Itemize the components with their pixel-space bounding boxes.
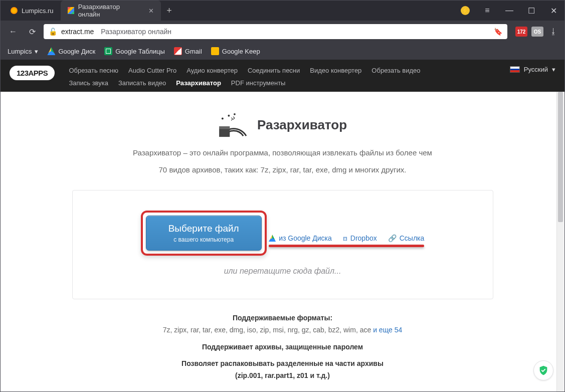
lead-line2: 70 видов архивов, таких как: 7z, zipx, r… [72,164,493,176]
security-badge[interactable] [533,360,553,380]
apps-logo[interactable]: 123APPS [10,66,55,80]
tab-strip: Lumpics.ru Разархиватор онлайн ✕ + [1,1,454,21]
toolbar-extensions: 172 OS ⭳ [511,27,559,37]
apps-nav-link[interactable]: Запись звука [69,78,108,88]
from-gdrive-link[interactable]: из Google Диска [269,234,332,243]
close-tab-icon[interactable]: ✕ [148,7,154,15]
page-title: Разархиватор [257,117,347,133]
tab-label: Разархиватор онлайн [78,3,139,18]
apps-nav-link[interactable]: Видео конвертер [310,66,361,75]
bookmark-gkeep[interactable]: Google Keep [211,47,260,55]
extensions-bolt-icon[interactable]: ⚡ [454,1,476,21]
page-content: Разархиватор Разархиватор – это онлайн п… [1,92,564,391]
link-icon: 🔗 [388,234,397,242]
gmail-icon [174,47,182,55]
hero: Разархиватор [72,112,493,138]
svg-point-4 [234,113,236,115]
link-label: из Google Диска [279,234,332,242]
site-info-icon[interactable]: 🔓 [49,28,57,36]
upload-card: Выберите файл с вашего компьютера из Goo… [72,190,493,299]
apps-nav-link[interactable]: Записать видео [118,78,166,88]
from-dropbox-link[interactable]: ⧈ Dropbox [343,234,377,243]
svg-point-3 [228,115,230,117]
omnibox[interactable]: 🔓 extract.me Разархиватор онлайн 🔖 [44,24,507,39]
apps-nav-link[interactable]: Соединить песни [248,66,300,75]
lead-line1: Разархиватор – это онлайн программа, поз… [72,147,493,159]
maximize-button[interactable]: ☐ [520,1,542,21]
choose-file-sub: с вашего компьютера [168,236,239,243]
drag-hint: или перетащите сюда файл... [83,267,483,276]
minimize-button[interactable]: — [498,1,520,21]
apps-nav-link[interactable]: Обрезать видео [371,66,420,75]
calendar-extension-icon[interactable]: 172 [515,27,527,37]
chevron-down-icon: ▾ [35,48,38,55]
rainbow-box-icon [218,112,249,138]
address-bar: ← ⟳ 🔓 extract.me Разархиватор онлайн 🔖 1… [1,21,564,43]
svg-point-2 [222,118,224,120]
link-label: Ссылка [400,234,425,242]
apps-nav-link[interactable]: Audio Cutter Pro [128,66,176,75]
bookmark-label: Lumpics [8,48,32,55]
menu-button[interactable]: ≡ [476,1,498,21]
language-label: Русский [524,66,548,73]
formats-heading: Поддерживаемые форматы: [233,314,332,322]
formats-list: 7z, zipx, rar, tar, exe, dmg, iso, zip, … [163,326,373,334]
extractme-favicon-icon [68,7,74,14]
lastfm-extension-icon[interactable]: OS [531,27,543,37]
choose-file-highlight: Выберите файл с вашего компьютера [141,211,267,256]
password-heading: Поддерживает архивы, защищенные паролем [202,343,363,351]
choose-file-label: Выберите файл [168,223,239,234]
vertical-scrollbar[interactable] [556,92,564,391]
apps-links: Обрезать песнюAudio Cutter ProАудио конв… [69,64,430,88]
bookmark-gmail[interactable]: Gmail [174,47,202,55]
link-label: Dropbox [350,234,377,242]
tab-lumpics[interactable]: Lumpics.ru [4,1,61,21]
tab-extractme[interactable]: Разархиватор онлайн ✕ [61,1,161,21]
url-domain: extract.me [61,28,94,36]
svg-rect-1 [219,126,230,129]
shield-check-icon [538,365,549,376]
apps-nav-link[interactable]: Разархиватор [176,78,221,88]
choose-file-button[interactable]: Выберите файл с вашего компьютера [146,216,262,251]
bookmark-gdrive[interactable]: Google Диск [47,47,95,55]
gsheets-icon [104,47,112,55]
more-formats-link[interactable]: и еще 54 [373,326,402,334]
language-selector[interactable]: Русский ▾ [510,64,555,73]
alt-source-row: из Google Диска ⧈ Dropbox 🔗 Ссылка [269,234,424,247]
close-window-button[interactable]: ✕ [542,1,564,21]
dropbox-icon: ⧈ [343,234,347,243]
gkeep-icon [211,47,219,55]
features-block: Поддерживаемые форматы: 7z, zipx, rar, t… [72,312,493,382]
split-heading: Позволяет распаковывать разделенные на ч… [181,359,384,367]
apps-nav: 123APPS Обрезать песнюAudio Cutter ProАу… [1,60,564,92]
tab-label: Lumpics.ru [22,7,54,15]
scrollbar-thumb[interactable] [558,92,563,222]
reload-button[interactable]: ⟳ [25,24,40,39]
back-button[interactable]: ← [6,24,21,39]
gdrive-icon [47,47,55,55]
gdrive-icon [269,235,276,242]
bookmark-icon[interactable]: 🔖 [494,28,502,36]
highlight-underline [269,245,424,247]
svg-rect-0 [219,128,230,137]
from-url-link[interactable]: 🔗 Ссылка [388,234,425,243]
bookmark-label: Google Таблицы [115,48,165,55]
downloads-icon[interactable]: ⭳ [547,27,559,37]
bookmark-label: Gmail [185,48,202,55]
url-title: Разархиватор онлайн [101,28,171,36]
bookmark-gsheets[interactable]: Google Таблицы [104,47,165,55]
new-tab-button[interactable]: + [161,1,178,21]
apps-nav-link[interactable]: Аудио конвертер [186,66,238,75]
titlebar: Lumpics.ru Разархиватор онлайн ✕ + ⚡ ≡ —… [1,1,564,21]
window-controls: ⚡ ≡ — ☐ ✕ [454,1,564,21]
chevron-down-icon: ▾ [552,66,555,73]
bookmark-label: Google Диск [58,48,95,55]
bookmark-lumpics[interactable]: Lumpics ▾ [8,48,38,55]
apps-nav-link[interactable]: Обрезать песню [69,66,118,75]
flag-ru-icon [510,66,520,73]
bookmark-label: Google Keep [222,48,260,55]
apps-nav-link[interactable]: PDF инструменты [231,78,286,88]
split-parts: (zip.001, rar.part1, z01 и т.д.) [235,371,330,379]
lumpics-favicon-icon [11,7,18,14]
bookmarks-bar: Lumpics ▾ Google Диск Google Таблицы Gma… [1,43,564,60]
